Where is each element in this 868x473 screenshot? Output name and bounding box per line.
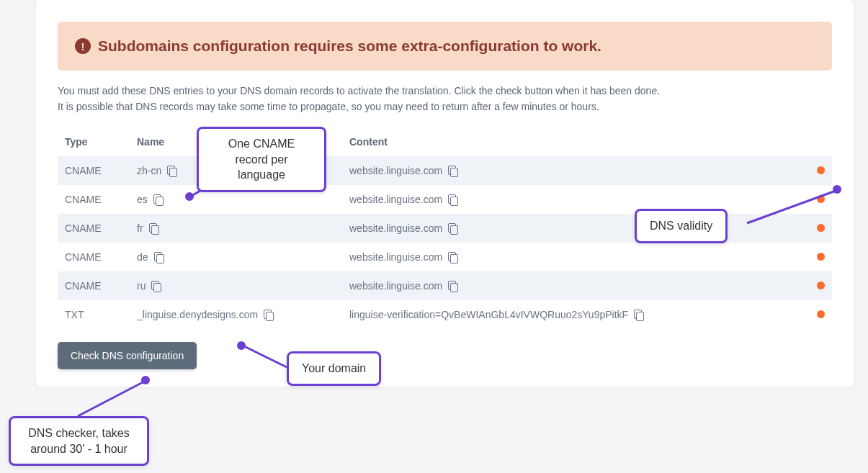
- copy-icon[interactable]: [149, 223, 159, 233]
- cell-content-text: website.linguise.com: [349, 165, 442, 176]
- alert-text: Subdomains configuration requires some e…: [98, 37, 601, 55]
- status-dot-icon: [817, 224, 825, 232]
- cell-name-text: _linguise.denydesigns.com: [137, 309, 258, 320]
- cell-type: CNAME: [58, 214, 130, 243]
- cell-name-text: fr: [137, 222, 143, 234]
- cell-name-text: es: [137, 194, 148, 205]
- header-content: Content: [342, 127, 803, 156]
- status-dot-icon: [817, 195, 825, 203]
- cell-name-text: zh-cn: [137, 165, 161, 176]
- cell-status: [803, 300, 832, 329]
- callout-validity: DNS validity: [635, 209, 728, 243]
- copy-icon[interactable]: [154, 252, 164, 262]
- dns-config-card: ! Subdomains configuration requires some…: [36, 0, 854, 387]
- cell-name: ru: [130, 271, 342, 300]
- cell-status: [803, 243, 832, 271]
- copy-icon[interactable]: [167, 166, 177, 176]
- cell-type: CNAME: [58, 271, 130, 300]
- cell-content: website.linguise.com: [342, 185, 803, 214]
- cell-name: _linguise.denydesigns.com: [130, 300, 342, 329]
- cell-content-text: website.linguise.com: [349, 280, 442, 292]
- cell-name-text: ru: [137, 280, 146, 292]
- cell-content: website.linguise.com: [342, 243, 803, 271]
- copy-icon[interactable]: [448, 223, 458, 233]
- status-dot-icon: [817, 310, 825, 318]
- instructions-line2: It is possible that DNS records may take…: [58, 101, 599, 112]
- copy-icon[interactable]: [151, 281, 161, 291]
- instructions-text: You must add these DNS entries to your D…: [58, 84, 832, 114]
- copy-icon[interactable]: [634, 310, 644, 320]
- cell-name: fr: [130, 214, 342, 243]
- cell-type: CNAME: [58, 156, 130, 185]
- header-status: [803, 127, 832, 156]
- cell-status: [803, 185, 832, 214]
- cell-type: CNAME: [58, 185, 130, 214]
- cell-content: linguise-verification=QvBeWIAnGbL4vIVWQR…: [342, 300, 803, 329]
- cell-type: CNAME: [58, 243, 130, 271]
- table-row: TXT_linguise.denydesigns.comlinguise-ver…: [58, 300, 832, 329]
- cell-content-text: linguise-verification=QvBeWIAnGbL4vIVWQR…: [349, 309, 628, 320]
- table-row: CNAMEdewebsite.linguise.com: [58, 243, 832, 271]
- status-dot-icon: [817, 166, 825, 174]
- check-dns-button[interactable]: Check DNS configuration: [58, 342, 197, 369]
- cell-content: website.linguise.com: [342, 271, 803, 300]
- svg-line-6: [78, 382, 144, 416]
- instructions-line1: You must add these DNS entries to your D…: [58, 85, 660, 96]
- cell-content-text: website.linguise.com: [349, 194, 442, 205]
- copy-icon[interactable]: [153, 194, 164, 204]
- alert-banner: ! Subdomains configuration requires some…: [58, 22, 832, 71]
- cell-name: de: [130, 243, 342, 271]
- cell-content: website.linguise.com: [342, 214, 803, 243]
- cell-name-text: de: [137, 251, 148, 263]
- table-header-row: Type Name Content: [58, 127, 832, 156]
- cell-status: [803, 156, 832, 185]
- status-dot-icon: [817, 253, 825, 261]
- cell-content: website.linguise.com: [342, 156, 803, 185]
- cell-status: [803, 214, 832, 243]
- status-dot-icon: [817, 281, 825, 289]
- copy-icon[interactable]: [448, 166, 458, 176]
- header-type: Type: [58, 127, 130, 156]
- cell-content-text: website.linguise.com: [349, 251, 442, 263]
- copy-icon[interactable]: [264, 310, 274, 320]
- callout-domain: Your domain: [287, 351, 381, 386]
- copy-icon[interactable]: [448, 281, 458, 291]
- alert-icon: !: [75, 38, 91, 54]
- callout-cname: One CNAME record per language: [197, 127, 326, 192]
- callout-checker: DNS checker, takes around 30' - 1 hour: [9, 416, 149, 466]
- table-row: CNAMEruwebsite.linguise.com: [58, 271, 832, 300]
- cell-status: [803, 271, 832, 300]
- cell-type: TXT: [58, 300, 130, 329]
- copy-icon[interactable]: [448, 252, 458, 262]
- copy-icon[interactable]: [448, 194, 458, 204]
- table-row: CNAMEzh-cnwebsite.linguise.com: [58, 156, 832, 185]
- cell-content-text: website.linguise.com: [349, 222, 442, 234]
